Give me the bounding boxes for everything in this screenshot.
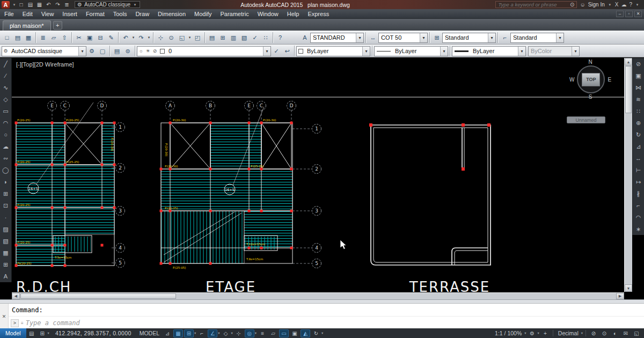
chevron-down-icon[interactable]: ▾	[78, 47, 86, 56]
scroll-left-icon[interactable]: ◀	[12, 293, 20, 299]
viewcube-ring[interactable]: TOP	[577, 65, 605, 93]
fillet-icon[interactable]: ◠	[633, 211, 644, 223]
workspace-gear-icon[interactable]: ⚙	[528, 329, 537, 337]
workspace-switcher[interactable]: ⚙ AutoCAD classique ▾	[75, 1, 140, 8]
ellipse-icon[interactable]: ◯	[0, 164, 11, 176]
snap-toggle-icon[interactable]: ⊞	[184, 329, 194, 337]
isodraft-icon[interactable]: ◇	[221, 329, 231, 337]
file-tab-plan-maison[interactable]: plan maison*	[3, 20, 51, 31]
trim-icon[interactable]: ⊢	[633, 164, 644, 176]
zoom-previous-icon[interactable]: ◰	[192, 32, 203, 43]
isodraft-caret-icon[interactable]: ▾	[231, 331, 233, 335]
units-caret-icon[interactable]: ▾	[581, 331, 583, 335]
command-input[interactable]	[26, 319, 644, 327]
zoom-flyout-caret-icon[interactable]: ▾	[187, 32, 192, 43]
new-icon[interactable]: □	[17, 1, 26, 9]
new-tab-button[interactable]: +	[53, 21, 62, 30]
selection-cycling-icon[interactable]: ▣	[290, 329, 299, 337]
paste-icon[interactable]: ⊟	[95, 32, 106, 43]
layout2-icon[interactable]: ⊞	[38, 329, 47, 337]
make-layer-current-icon[interactable]: ✓	[271, 46, 282, 56]
stretch-icon[interactable]: ↔	[633, 152, 644, 164]
undo-icon[interactable]: ↶	[44, 1, 53, 9]
table-style-combo[interactable]: Standard ▾	[442, 33, 496, 43]
break-icon[interactable]: ∦	[633, 188, 644, 200]
units-value[interactable]: Decimal	[555, 330, 581, 336]
match-properties-icon[interactable]: ✎	[106, 32, 116, 43]
mirror-icon[interactable]: ⋈	[633, 82, 644, 93]
menu-tools[interactable]: Tools	[109, 9, 131, 19]
space-label[interactable]: MODEL	[137, 330, 162, 336]
ortho-toggle-icon[interactable]: ⌐	[197, 329, 207, 337]
chevron-down-icon[interactable]: ▾	[518, 47, 525, 56]
workspace-combo[interactable]: ⚙ AutoCAD classique ▾	[2, 46, 86, 56]
grid-toggle-icon[interactable]: ▦	[173, 329, 183, 337]
copy-object-icon[interactable]: ▣	[633, 70, 644, 82]
annotation-monitor-icon[interactable]: +	[540, 329, 550, 337]
menu-help[interactable]: Help	[283, 9, 304, 19]
mleader-style-combo[interactable]: Standard ▾	[510, 33, 564, 43]
quickcalc-icon[interactable]: ∷	[260, 32, 271, 43]
design-center-icon[interactable]: ⊞	[217, 32, 228, 43]
vertical-scrollbar[interactable]: ▲ ▼	[624, 58, 632, 292]
redo-icon[interactable]: ↷	[53, 1, 62, 9]
zoom-realtime-icon[interactable]: ⊙	[166, 32, 177, 43]
search-icon[interactable]: ⊙	[570, 2, 574, 8]
chevron-down-icon[interactable]: ▾	[356, 33, 363, 42]
polar-toggle-icon[interactable]: ∠	[208, 329, 217, 337]
drawing-area[interactable]: ╱ ∕ ∿ ◇ ▭ ◠ ○ ☁ ∾ ◯ ◗ ⊞ ⊡ ∙ ▨ ▧ ▦ ⊞ A [-…	[0, 57, 644, 299]
point-icon[interactable]: ∙	[0, 211, 11, 223]
make-block-icon[interactable]: ⊡	[0, 200, 11, 211]
workspace-settings-icon[interactable]: ⚙	[86, 46, 97, 56]
autocad-logo-icon[interactable]: A	[2, 1, 10, 9]
dim-style-icon[interactable]: ↔	[368, 32, 378, 43]
table-style-icon[interactable]: ⊞	[431, 32, 442, 43]
dim-style-combo[interactable]: COT 50 ▾	[378, 33, 428, 43]
markup-icon[interactable]: ✓	[250, 32, 260, 43]
redo-icon[interactable]: ↷	[136, 32, 147, 43]
chevron-down-icon[interactable]: ▾	[488, 33, 495, 42]
sign-in-caret-icon[interactable]: ▾	[608, 3, 612, 7]
menu-dimension[interactable]: Dimension	[153, 9, 190, 19]
scale-caret-icon[interactable]: ▾	[524, 331, 526, 335]
properties-icon[interactable]: ▤	[207, 32, 217, 43]
model-canvas[interactable]: E C D 1 2 3 4 5	[12, 57, 624, 299]
autoscale-icon[interactable]: ↻	[311, 329, 321, 337]
menu-file[interactable]: File	[0, 9, 18, 19]
annotation-scale[interactable]: 1:1 / 100%	[492, 330, 524, 336]
menu-modify[interactable]: Modify	[190, 9, 216, 19]
osnap-toggle-icon[interactable]: ◎	[245, 329, 254, 337]
redo-caret-icon[interactable]: ▾	[147, 32, 151, 43]
clean-screen-icon[interactable]: ◱	[632, 329, 641, 337]
viewcube[interactable]: N W TOP E S	[561, 59, 619, 100]
ellipse-arc-icon[interactable]: ◗	[0, 176, 11, 188]
chevron-down-icon[interactable]: ▾	[362, 47, 370, 56]
array-icon[interactable]: ∷	[633, 105, 644, 117]
viewcube-top-face[interactable]: TOP	[582, 73, 600, 86]
move-icon[interactable]: ⊕	[633, 117, 644, 129]
user-icon[interactable]: ☺	[580, 2, 585, 8]
polar-caret-icon[interactable]: ▾	[218, 331, 219, 335]
view-name-badge[interactable]: Unnamed	[567, 116, 605, 123]
close-command-icon[interactable]: ✕	[2, 314, 6, 319]
vertical-scroll-track[interactable]	[625, 114, 632, 284]
tool-palettes-icon[interactable]: ▥	[228, 32, 239, 43]
erase-icon[interactable]: ⊘	[633, 58, 644, 70]
gradient-icon[interactable]: ▧	[0, 235, 11, 247]
menu-insert[interactable]: Insert	[58, 9, 82, 19]
horizontal-scrollbar[interactable]: ◀ ▶	[12, 292, 624, 299]
chevron-down-icon[interactable]: ▾	[440, 47, 448, 56]
undo-caret-icon[interactable]: ▾	[131, 32, 136, 43]
plot-preview-icon[interactable]: ▱	[48, 32, 59, 43]
undo-icon[interactable]: ↶	[120, 32, 131, 43]
lineweight-combo[interactable]: ByLayer ▾	[452, 46, 526, 56]
restore-icon[interactable]: ▫	[625, 11, 633, 17]
annotation-visibility-icon[interactable]: ◭	[301, 329, 310, 337]
menu-view[interactable]: View	[37, 9, 58, 19]
cut-icon[interactable]: ✂	[74, 32, 84, 43]
polygon-icon[interactable]: ◇	[0, 93, 11, 105]
extend-icon[interactable]: ↦	[633, 176, 644, 188]
isolate-objects-icon[interactable]: ◐	[610, 329, 620, 337]
scroll-right-icon[interactable]: ▶	[616, 293, 624, 299]
region-icon[interactable]: ▦	[0, 247, 11, 259]
